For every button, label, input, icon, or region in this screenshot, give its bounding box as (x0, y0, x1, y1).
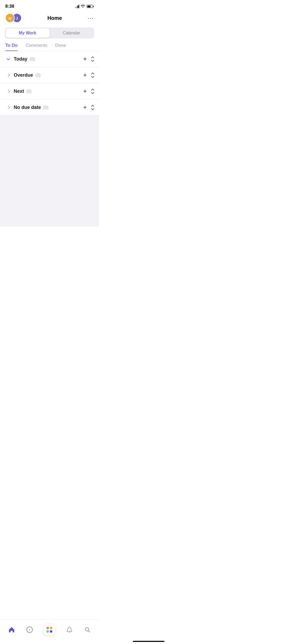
section-next-chevron[interactable] (5, 88, 11, 94)
empty-content-area (0, 116, 99, 227)
section-today: Today (0) + (0, 51, 99, 67)
sections-list: Today (0) + Overdue (0) + Next (0) (0, 51, 99, 116)
sub-tab-done[interactable]: Done (55, 43, 66, 51)
section-overdue-sort-button[interactable] (92, 73, 94, 77)
status-bar: 8:38 (0, 0, 99, 11)
header-menu-button[interactable]: ··· (88, 15, 94, 21)
section-today-add-button[interactable]: + (81, 56, 89, 62)
tab-switcher: My Work Calendar (5, 27, 94, 39)
battery-icon (87, 5, 94, 8)
status-time: 8:38 (5, 4, 14, 9)
avatar-u[interactable]: U (5, 13, 15, 23)
section-overdue-label: Overdue (0) (14, 72, 78, 78)
section-today-sort-button[interactable] (92, 57, 94, 61)
section-overdue-chevron[interactable] (5, 72, 11, 78)
section-no-due-date: No due date (0) + (0, 99, 99, 116)
section-today-label: Today (0) (14, 56, 78, 62)
section-today-chevron[interactable] (5, 56, 11, 62)
section-no-due-date-add-button[interactable]: + (81, 104, 89, 111)
header-title: Home (47, 15, 62, 21)
section-next-add-button[interactable]: + (81, 88, 89, 94)
sub-tab-comments[interactable]: Comments (26, 43, 47, 51)
tab-calendar[interactable]: Calendar (50, 28, 94, 38)
section-overdue-add-button[interactable]: + (81, 72, 89, 78)
sub-tab-todo[interactable]: To Do (5, 43, 18, 51)
section-next: Next (0) + (0, 83, 99, 99)
section-no-due-date-sort-button[interactable] (92, 105, 94, 110)
header: U J Home ··· (0, 11, 99, 26)
signal-icon (75, 5, 79, 8)
sub-tabs: To Do Comments Done (0, 43, 99, 51)
tab-my-work[interactable]: My Work (6, 28, 50, 38)
section-no-due-date-label: No due date (0) (14, 105, 78, 110)
wifi-icon (81, 4, 85, 8)
section-no-due-date-chevron[interactable] (5, 104, 11, 110)
section-next-label: Next (0) (14, 89, 78, 94)
section-overdue: Overdue (0) + (0, 67, 99, 83)
section-next-sort-button[interactable] (92, 89, 94, 94)
status-icons (75, 4, 94, 8)
avatars[interactable]: U J (5, 13, 22, 23)
